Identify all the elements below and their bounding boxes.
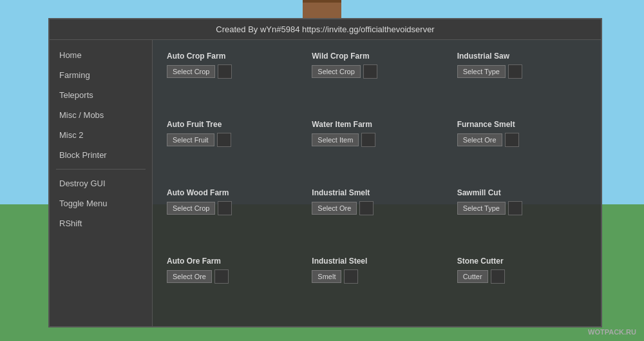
- sidebar-item-misc2[interactable]: Misc 2: [50, 126, 152, 144]
- cell-controls-auto-crop-farm: Select Crop: [167, 64, 296, 79]
- smelt-btn[interactable]: Smelt: [312, 270, 341, 283]
- cell-controls-auto-ore-farm: Select Ore: [167, 269, 296, 284]
- small-box-10[interactable]: [214, 269, 229, 284]
- sidebar-item-misc-mobs[interactable]: Misc / Mobs: [50, 106, 152, 124]
- small-box-3[interactable]: [508, 64, 522, 79]
- sidebar-item-farming[interactable]: Farming: [50, 66, 152, 84]
- small-box-7[interactable]: [218, 201, 232, 215]
- cell-title-furnance-smelt: Furnance Smelt: [457, 120, 587, 129]
- main-content: Home Farming Teleports Misc / Mobs Misc …: [50, 40, 601, 326]
- small-box-8[interactable]: [359, 201, 374, 215]
- cell-title-auto-wood-farm: Auto Wood Farm: [167, 188, 296, 197]
- sidebar-divider: [56, 169, 146, 170]
- select-crop-btn-3[interactable]: Select Crop: [167, 202, 215, 215]
- small-box-9[interactable]: [508, 201, 522, 215]
- cell-title-industrial-smelt: Industrial Smelt: [312, 188, 441, 197]
- sidebar-item-teleports[interactable]: Teleports: [50, 86, 152, 104]
- grid-cell-furnance-smelt: Furnance Smelt Select Ore: [450, 115, 594, 183]
- cell-title-industrial-steel: Industrial Steel: [312, 257, 441, 266]
- select-type-btn-1[interactable]: Select Type: [457, 65, 506, 78]
- grid-area: Auto Crop Farm Select Crop Wild Crop Far…: [153, 40, 601, 326]
- grid-cell-water-item-farm: Water Item Farm Select Item: [304, 115, 449, 183]
- cutter-btn[interactable]: Cutter: [457, 270, 488, 283]
- cell-title-water-item-farm: Water Item Farm: [312, 120, 441, 129]
- gui-panel: Created By wYn#5984 https://invite.gg/of…: [48, 18, 602, 327]
- watermark: WOTPACK.RU: [588, 328, 636, 336]
- cell-controls-industrial-smelt: Select Ore: [312, 201, 441, 215]
- cell-title-sawmill-cut: Sawmill Cut: [457, 188, 587, 197]
- cell-controls-auto-wood-farm: Select Crop: [167, 201, 296, 215]
- select-ore-btn-1[interactable]: Select Ore: [457, 133, 502, 146]
- cell-title-auto-ore-farm: Auto Ore Farm: [167, 257, 296, 266]
- small-box-12[interactable]: [491, 269, 505, 284]
- cell-controls-industrial-steel: Smelt: [312, 269, 441, 284]
- small-box-4[interactable]: [217, 133, 231, 147]
- select-crop-btn-2[interactable]: Select Crop: [312, 65, 360, 78]
- select-type-btn-2[interactable]: Select Type: [457, 202, 506, 215]
- grid-cell-stone-cutter: Stone Cutter Cutter: [450, 251, 594, 320]
- small-box-5[interactable]: [361, 133, 375, 147]
- cell-title-stone-cutter: Stone Cutter: [457, 257, 587, 266]
- grid-cell-auto-wood-farm: Auto Wood Farm Select Crop: [159, 183, 304, 251]
- sidebar-item-block-printer[interactable]: Block Printer: [50, 146, 152, 164]
- cell-controls-wild-crop-farm: Select Crop: [312, 64, 441, 79]
- grid-cell-auto-crop-farm: Auto Crop Farm Select Crop: [159, 46, 304, 115]
- header-bar: Created By wYn#5984 https://invite.gg/of…: [50, 19, 601, 40]
- cell-controls-sawmill-cut: Select Type: [457, 201, 587, 215]
- sidebar-item-destroy-gui[interactable]: Destroy GUI: [50, 175, 152, 192]
- select-fruit-btn[interactable]: Select Fruit: [167, 133, 214, 146]
- small-box-6[interactable]: [505, 133, 519, 147]
- select-item-btn[interactable]: Select Item: [312, 133, 359, 146]
- grid-cell-industrial-saw: Industrial Saw Select Type: [450, 46, 594, 115]
- grid-cell-industrial-smelt: Industrial Smelt Select Ore: [304, 183, 449, 251]
- cell-controls-water-item-farm: Select Item: [312, 133, 441, 147]
- cell-controls-industrial-saw: Select Type: [457, 64, 587, 79]
- grid-cell-sawmill-cut: Sawmill Cut Select Type: [450, 183, 594, 251]
- sidebar: Home Farming Teleports Misc / Mobs Misc …: [50, 40, 153, 326]
- grid-cell-wild-crop-farm: Wild Crop Farm Select Crop: [304, 46, 449, 115]
- cell-title-auto-fruit-tree: Auto Fruit Tree: [167, 120, 296, 129]
- small-box-11[interactable]: [344, 269, 358, 284]
- cell-controls-furnance-smelt: Select Ore: [457, 133, 587, 147]
- grid-cell-auto-fruit-tree: Auto Fruit Tree Select Fruit: [159, 115, 304, 183]
- sidebar-item-home[interactable]: Home: [50, 46, 152, 64]
- grid-cell-industrial-steel: Industrial Steel Smelt: [304, 251, 449, 320]
- cell-title-industrial-saw: Industrial Saw: [457, 52, 587, 61]
- cell-title-auto-crop-farm: Auto Crop Farm: [167, 52, 296, 61]
- small-box-2[interactable]: [363, 64, 377, 79]
- header-text: Created By wYn#5984 https://invite.gg/of…: [216, 24, 434, 34]
- cell-title-wild-crop-farm: Wild Crop Farm: [312, 52, 441, 61]
- select-ore-btn-3[interactable]: Select Ore: [167, 270, 212, 283]
- watermark-text: WOTPACK.RU: [588, 328, 636, 336]
- sidebar-item-rshift[interactable]: RShift: [50, 215, 152, 232]
- dirt-block-decoration: [303, 0, 341, 19]
- select-crop-btn-1[interactable]: Select Crop: [167, 65, 215, 78]
- select-ore-btn-2[interactable]: Select Ore: [312, 202, 357, 215]
- cell-controls-stone-cutter: Cutter: [457, 269, 587, 284]
- small-box-1[interactable]: [218, 64, 232, 79]
- sidebar-item-toggle-menu[interactable]: Toggle Menu: [50, 195, 152, 212]
- cell-controls-auto-fruit-tree: Select Fruit: [167, 133, 296, 147]
- grid-cell-auto-ore-farm: Auto Ore Farm Select Ore: [159, 251, 304, 320]
